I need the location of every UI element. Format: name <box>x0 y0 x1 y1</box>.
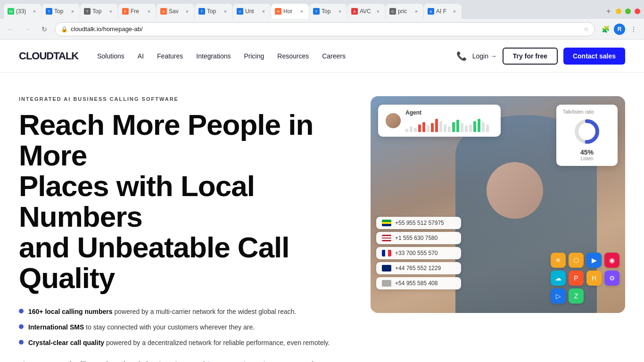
tab-favicon: S <box>160 8 167 15</box>
tab-close[interactable]: × <box>184 8 190 15</box>
tab-close[interactable]: × <box>375 8 381 15</box>
tab-close[interactable]: × <box>69 8 76 15</box>
forward-button[interactable]: → <box>21 23 34 36</box>
hero-extra-link[interactable]: time-consuming tasks <box>206 361 270 362</box>
agent-bar-13 <box>461 123 463 132</box>
agent-overlay-card: Agent <box>378 105 501 137</box>
tab-title: Sav <box>169 8 182 15</box>
agent-bar-2 <box>414 128 417 132</box>
browser-tab-tab-top3[interactable]: T Top × <box>195 4 232 19</box>
profile-avatar[interactable]: R <box>614 24 625 35</box>
nav-pricing[interactable]: Pricing <box>244 52 264 60</box>
hero-right: Agent Talk/listen ratio <box>371 96 625 313</box>
browser-tab-tab-sav[interactable]: S Sav × <box>157 4 194 19</box>
close-button[interactable] <box>635 8 640 14</box>
tab-close[interactable]: × <box>337 8 343 15</box>
login-button[interactable]: Login → <box>472 52 497 60</box>
tab-close[interactable]: × <box>298 8 305 15</box>
tab-close[interactable]: × <box>146 8 152 15</box>
bullet-call-quality: Crystal-clear call quality powered by a … <box>19 338 352 348</box>
tab-close[interactable]: × <box>222 8 229 15</box>
nav-features[interactable]: Features <box>157 52 183 60</box>
number-text-1: +1 555 630 7580 <box>395 235 438 241</box>
agent-info: Agent <box>405 109 489 132</box>
browser-tab-tab-unt[interactable]: U Unt × <box>233 4 271 19</box>
browser-tab-tab-free[interactable]: F Fre × <box>118 4 156 19</box>
bullet-local-numbers: 160+ local calling numbers powered by a … <box>19 307 352 317</box>
nav-resources[interactable]: Resources <box>277 52 309 60</box>
integration-icon-8: ▷ <box>551 288 566 304</box>
browser-tab-tab-ai[interactable]: A AI F × <box>424 4 462 19</box>
bullet-bold-2: International SMS <box>28 323 84 331</box>
bullet-dot-3 <box>19 340 24 345</box>
browser-tab-tab-top2[interactable]: T Top × <box>80 4 118 19</box>
tab-close[interactable]: × <box>451 8 458 15</box>
bullet-text-3: Crystal-clear call quality powered by a … <box>28 338 330 348</box>
toolbar-icons: 🧩 R ⋮ <box>599 23 640 36</box>
number-item-0: +55 955 512 57975 <box>376 217 461 229</box>
nav-ai[interactable]: AI <box>138 52 144 60</box>
lock-icon: 🔒 <box>61 26 68 33</box>
menu-icon[interactable]: ⋮ <box>627 23 640 36</box>
tab-title: Top <box>322 8 335 15</box>
tab-close[interactable]: × <box>413 8 420 15</box>
bullet-bold-3: Crystal-clear call quality <box>28 339 104 346</box>
nav-integrations[interactable]: Integrations <box>196 52 231 60</box>
talk-sublabel: Listen <box>563 156 611 161</box>
browser-tab-tab-top1[interactable]: T Top × <box>42 4 80 19</box>
browser-tab-tab-horn[interactable]: H Hor × <box>271 4 309 19</box>
minimize-button[interactable] <box>616 8 621 14</box>
star-icon[interactable]: ☆ <box>584 26 589 33</box>
back-button[interactable]: ← <box>4 23 17 36</box>
address-bar[interactable]: 🔒 cloudtalk.io/homepage-ab/ ☆ <box>55 22 595 36</box>
agent-avatar <box>386 113 401 128</box>
new-tab-button[interactable]: + <box>602 5 615 18</box>
contact-sales-button[interactable]: Contact sales <box>563 48 625 65</box>
number-flag-4 <box>382 280 391 287</box>
hero-extra-bold: AI-powered calling tools and analytics <box>35 361 155 362</box>
tab-bar: W (33) × T Top × T Top × F Fre × S Sav ×… <box>0 0 644 19</box>
tab-close[interactable]: × <box>260 8 267 15</box>
browser-tab-tab-avc[interactable]: A AVC × <box>347 4 385 19</box>
hero-extra-pre: Plus, <box>19 361 35 362</box>
tab-close[interactable]: × <box>31 8 38 15</box>
extensions-icon[interactable]: 🧩 <box>599 23 612 36</box>
integration-icon-0: ✳ <box>551 253 566 268</box>
tab-favicon: T <box>313 8 320 15</box>
nav-careers[interactable]: Careers <box>322 52 346 60</box>
tab-title: Top <box>92 8 106 15</box>
tab-favicon: U <box>237 8 243 15</box>
tab-favicon: F <box>122 8 129 15</box>
tab-favicon: A <box>351 8 358 15</box>
hero-extra-mid: that take care of <box>155 361 206 362</box>
number-item-2: +33 700 555 570 <box>376 247 461 259</box>
agent-bar-15 <box>469 124 472 132</box>
nav-solutions[interactable]: Solutions <box>97 52 124 60</box>
browser-controls <box>616 8 640 14</box>
number-flag-2 <box>382 250 391 256</box>
nav-right: 📞 Login → Try for free Contact sales <box>456 48 625 65</box>
agent-bar-1 <box>410 126 413 132</box>
tab-close[interactable]: × <box>107 8 114 15</box>
logo[interactable]: CLOUDTALK <box>19 50 78 62</box>
browser-tab-tab-whatsapp[interactable]: W (33) × <box>4 4 41 19</box>
agent-bar-0 <box>405 129 408 132</box>
tab-favicon: A <box>428 8 434 15</box>
hero-section: INTEGRATED AI BUSINESS CALLING SOFTWARE … <box>0 73 644 362</box>
talk-donut-chart <box>573 117 601 146</box>
maximize-button[interactable] <box>625 8 631 14</box>
reload-button[interactable]: ↻ <box>38 23 51 36</box>
browser-tab-tab-top4[interactable]: T Top × <box>309 4 347 19</box>
agent-bar-9 <box>444 124 446 132</box>
number-text-3: +44 765 552 1229 <box>395 265 441 272</box>
number-flag-3 <box>382 265 391 272</box>
browser-window: W (33) × T Top × T Top × F Fre × S Sav ×… <box>0 0 644 362</box>
phone-icon[interactable]: 📞 <box>456 51 467 61</box>
browser-tab-tab-pric[interactable]: G pric × <box>386 4 423 19</box>
bullet-dot-2 <box>19 324 24 329</box>
integration-icon-2: ▶ <box>586 253 602 268</box>
integration-icon-1: ⬡ <box>569 253 584 268</box>
tab-title: Hor <box>283 8 297 15</box>
try-free-button[interactable]: Try for free <box>503 48 558 65</box>
bullet-rest-2: to stay connected with your customers wh… <box>84 323 255 331</box>
